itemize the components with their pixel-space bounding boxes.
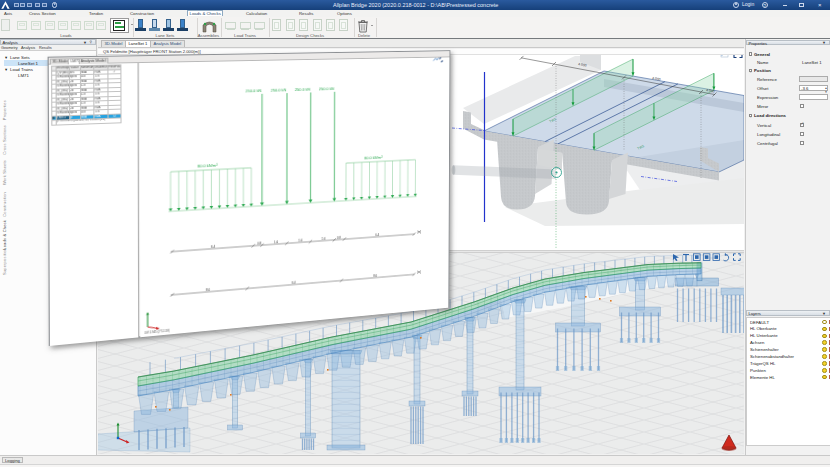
- svg-text:80.0 kN/m²: 80.0 kN/m²: [197, 164, 218, 169]
- svg-text:0.8: 0.8: [257, 241, 261, 245]
- svg-text:6.4: 6.4: [291, 281, 295, 285]
- svg-text:1.6: 1.6: [274, 240, 278, 244]
- svg-text:[m]: [m]: [417, 271, 421, 275]
- svg-text:6.4: 6.4: [210, 245, 214, 249]
- svg-text:250.0 kN: 250.0 kN: [270, 88, 286, 93]
- svg-text:0.8: 0.8: [336, 236, 340, 240]
- svg-text:1.6: 1.6: [321, 237, 325, 241]
- svg-text:LM 2.945 (2*12.58): LM 2.945 (2*12.58): [144, 329, 169, 335]
- svg-text:250.0 kN: 250.0 kN: [245, 89, 261, 94]
- svg-text:8.0: 8.0: [205, 288, 209, 292]
- svg-text:6.4: 6.4: [375, 233, 379, 237]
- svg-text:80.0 kN/m²: 80.0 kN/m²: [364, 156, 383, 161]
- svg-text:250.0 kN: 250.0 kN: [318, 87, 333, 92]
- svg-text:250.0 kN: 250.0 kN: [294, 88, 310, 93]
- svg-text:1.6: 1.6: [298, 238, 302, 242]
- svg-text:[m]: [m]: [417, 231, 421, 235]
- svg-text:8.0: 8.0: [373, 274, 377, 278]
